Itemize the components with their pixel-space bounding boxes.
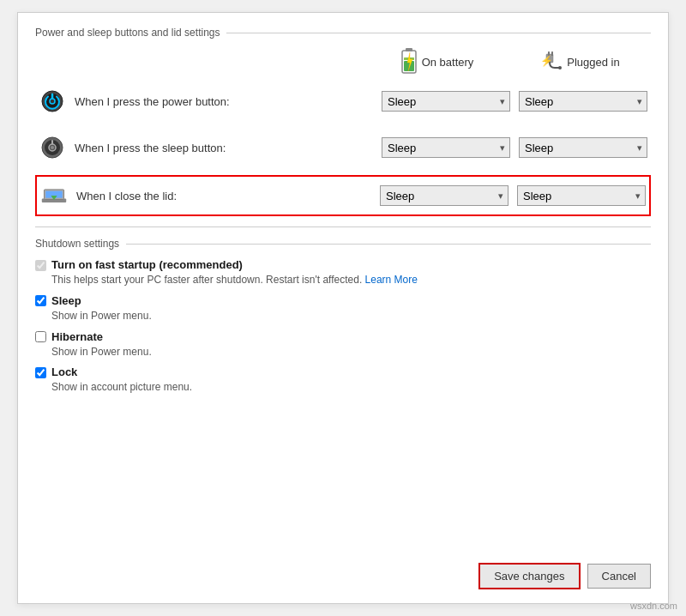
power-button-battery-wrapper: Do nothingSleepHibernateShut down [382, 91, 510, 112]
fast-startup-checkbox[interactable] [35, 260, 46, 271]
sleep-button-plugged-select[interactable]: Do nothingSleepHibernateShut down [519, 137, 647, 158]
plug-icon: ⚡ [538, 51, 562, 74]
shutdown-section: Shutdown settings Turn on fast startup (… [35, 238, 651, 395]
lid-plugged-select[interactable]: Do nothingSleepHibernateShut down [517, 185, 646, 206]
shutdown-items: Turn on fast startup (recommended) This … [35, 258, 651, 395]
plugged-label: Plugged in [567, 56, 619, 69]
sleep-checkbox[interactable] [35, 295, 46, 306]
svg-point-8 [558, 66, 562, 69]
hibernate-checkbox[interactable] [35, 331, 46, 342]
fast-startup-desc: This helps start your PC faster after sh… [51, 273, 418, 287]
settings-panel: Power and sleep buttons and lid settings [17, 12, 669, 604]
power-button-plugged-select[interactable]: Do nothingSleepHibernateShut down [519, 91, 647, 112]
sleep-button-plugged-wrapper: Do nothingSleepHibernateShut down [519, 137, 647, 158]
bottom-bar: Save changes Cancel [478, 563, 651, 589]
sleep-button-dropdowns: Do nothingSleepHibernateShut down Do not… [382, 137, 647, 158]
sleep-check-area: Sleep Show in Power menu. [35, 294, 152, 323]
sleep-button-battery-wrapper: Do nothingSleepHibernateShut down [382, 137, 510, 158]
lid-battery-wrapper: Do nothingSleepHibernateShut down [380, 185, 508, 206]
watermark: wsxdn.com [630, 601, 677, 611]
save-button[interactable]: Save changes [478, 563, 580, 589]
power-section-title: Power and sleep buttons and lid settings [35, 27, 651, 39]
shutdown-section-title: Shutdown settings [35, 238, 651, 250]
lock-title: Lock [51, 365, 77, 378]
fast-startup-check-area: Turn on fast startup (recommended) This … [35, 258, 418, 287]
learn-more-link[interactable]: Learn More [365, 274, 418, 286]
power-button-plugged-wrapper: Do nothingSleepHibernateShut down [519, 91, 647, 112]
lock-desc: Show in account picture menu. [51, 380, 192, 395]
lid-dropdowns: Do nothingSleepHibernateShut down Do not… [380, 185, 646, 206]
lid-label: When I close the lid: [76, 190, 380, 202]
battery-column-header: On battery [364, 47, 510, 77]
sleep-desc: Show in Power menu. [51, 309, 152, 323]
lid-icon [40, 182, 68, 209]
lid-battery-select[interactable]: Do nothingSleepHibernateShut down [380, 185, 508, 206]
power-button-battery-select[interactable]: Do nothingSleepHibernateShut down [382, 91, 510, 112]
battery-icon [401, 47, 417, 77]
svg-point-12 [50, 99, 55, 104]
plugged-column-header: ⚡ Plugged in [510, 51, 647, 74]
section-divider [35, 226, 651, 227]
fast-startup-title: Turn on fast startup (recommended) [51, 258, 243, 271]
sleep-button-icon [39, 134, 66, 161]
sleep-button-battery-select[interactable]: Do nothingSleepHibernateShut down [382, 137, 510, 158]
hibernate-desc: Show in Power menu. [51, 345, 152, 359]
setting-row-sleep-button: When I press the sleep button: Do nothin… [35, 129, 651, 166]
setting-row-power-button: When I press the power button: Do nothin… [35, 82, 651, 120]
svg-point-16 [51, 146, 54, 149]
sleep-title: Sleep [51, 294, 81, 307]
setting-row-lid: When I close the lid: Do nothingSleepHib… [35, 175, 651, 216]
hibernate-check-area: Hibernate Show in Power menu. [35, 330, 152, 359]
hibernate-title: Hibernate [51, 330, 103, 343]
battery-label: On battery [422, 56, 474, 69]
shutdown-item-fast-startup: Turn on fast startup (recommended) This … [35, 258, 651, 287]
power-button-dropdowns: Do nothingSleepHibernateShut down Do not… [382, 91, 647, 112]
hibernate-check-row: Hibernate [35, 330, 103, 343]
sleep-check-row: Sleep [35, 294, 81, 307]
cancel-button[interactable]: Cancel [587, 564, 651, 589]
svg-rect-1 [406, 48, 412, 51]
svg-text:⚡: ⚡ [540, 54, 553, 67]
shutdown-item-sleep: Sleep Show in Power menu. [35, 294, 651, 323]
sleep-button-label: When I press the sleep button: [75, 142, 382, 154]
column-headers: On battery ⚡ Plugged in [35, 47, 651, 77]
lock-checkbox[interactable] [35, 367, 46, 378]
power-button-label: When I press the power button: [75, 95, 382, 108]
shutdown-item-lock: Lock Show in account picture menu. [35, 365, 651, 395]
lock-check-row: Lock [35, 365, 77, 378]
power-button-icon [39, 88, 66, 115]
fast-startup-check-row: Turn on fast startup (recommended) [35, 258, 243, 271]
lid-plugged-wrapper: Do nothingSleepHibernateShut down [517, 185, 646, 206]
setting-rows: When I press the power button: Do nothin… [35, 82, 651, 216]
lock-check-area: Lock Show in account picture menu. [35, 365, 192, 395]
shutdown-item-hibernate: Hibernate Show in Power menu. [35, 330, 651, 359]
